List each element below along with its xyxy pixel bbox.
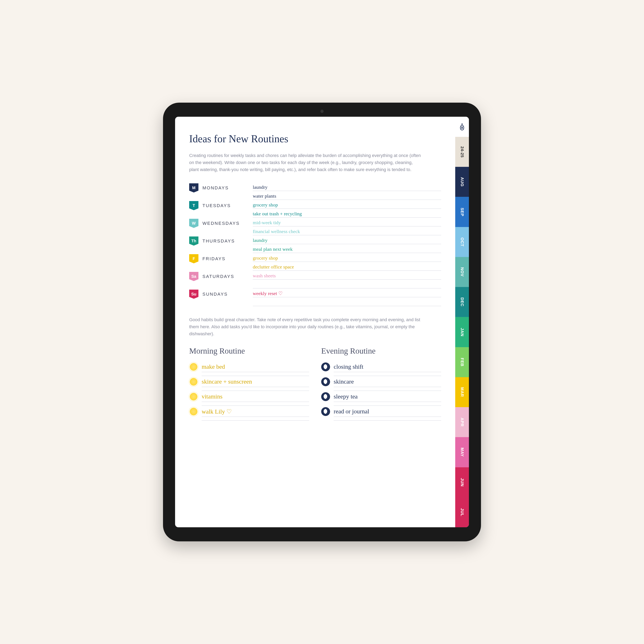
moon-icon [321,362,330,371]
day-notes[interactable]: grocery shopdeclutter office space [253,253,441,271]
day-note-line[interactable]: laundry [253,182,441,191]
routine-text: skincare + sunscreen [202,377,309,385]
month-tab-jun[interactable]: JUN [455,467,469,497]
month-tab-dec[interactable]: DEC [455,287,469,317]
intro-text: Creating routines for weekly tasks and c… [189,152,423,173]
day-label: SATURDAYS [202,271,249,279]
day-row: SuSUNDAYSweekly reset ♡ [189,288,441,306]
day-label: TUESDAYS [202,200,249,208]
screen: Ideas for New Routines Creating routines… [175,117,469,527]
day-notes[interactable]: grocery shoptake out trash + recycling [253,200,441,218]
morning-routine-item[interactable]: vitamins [189,391,309,402]
page-content[interactable]: Ideas for New Routines Creating routines… [175,117,455,527]
routine-text: sleepy tea [334,391,441,400]
page-title: Ideas for New Routines [189,133,441,145]
pineapple-icon [459,123,465,130]
day-label: MONDAYS [202,182,249,191]
morning-routine-item[interactable]: make bed [189,362,309,372]
month-tab-jan[interactable]: JAN [455,317,469,347]
routine-text: closing shift [334,362,441,370]
day-tag: F [189,254,198,263]
sun-icon [189,377,198,386]
routine-text: vitamins [202,391,309,400]
day-note-line[interactable]: grocery shop [253,200,441,209]
morning-routine-column: Morning Routine make bedskincare + sunsc… [189,346,309,421]
day-note-line[interactable]: water plants [253,191,441,200]
evening-routine-item[interactable]: sleepy tea [321,391,441,402]
day-note-line[interactable] [253,280,441,288]
day-note-line[interactable]: laundry [253,235,441,244]
day-note-line[interactable]: wash sheets [253,271,441,280]
day-tag: T [189,201,198,210]
month-tab-jul[interactable]: JUL [455,497,469,527]
month-tab-feb[interactable]: FEB [455,347,469,377]
day-note-line[interactable]: take out trash + recycling [253,209,441,218]
day-row: SaSATURDAYSwash sheets [189,271,441,288]
moon-icon [321,377,330,386]
logo-tab[interactable] [455,117,469,137]
month-tab-may[interactable]: MAY [455,437,469,467]
day-tag: Su [189,290,198,299]
evening-routine-item[interactable]: read or journal [321,406,441,417]
day-row: TTUESDAYSgrocery shoptake out trash + re… [189,200,441,218]
routine-text: make bed [202,362,309,370]
sun-icon [189,362,198,371]
day-tag: W [189,219,198,228]
month-tabs: 24-25AUGSEPOCTNOVDECJANFEBMARAPRMAYJUNJU… [455,117,469,527]
day-tag: Th [189,236,198,246]
day-notes[interactable]: weekly reset ♡ [253,288,441,306]
moon-icon [321,407,330,416]
day-label: SUNDAYS [202,288,249,297]
habits-text: Good habits build great character. Take … [189,316,423,337]
sun-icon [189,392,198,401]
day-label: THURSDAYS [202,235,249,244]
day-tag: M [189,183,198,193]
month-tab-24-25[interactable]: 24-25 [455,137,469,167]
evening-routine-item[interactable]: skincare [321,377,441,387]
day-note-line[interactable]: mid-week tidy [253,218,441,226]
month-tab-mar[interactable]: MAR [455,377,469,407]
day-note-line[interactable]: weekly reset ♡ [253,288,441,297]
month-tab-aug[interactable]: AUG [455,167,469,197]
day-row: ThTHURSDAYSlaundrymeal plan next week [189,235,441,253]
morning-routine-item[interactable]: walk Lily ♡ [189,406,309,417]
month-tab-oct[interactable]: OCT [455,227,469,257]
morning-routine-item[interactable]: skincare + sunscreen [189,377,309,387]
day-notes[interactable]: laundrymeal plan next week [253,235,441,253]
day-tag: Sa [189,272,198,281]
day-row: WWEDNESDAYSmid-week tidyfinancial wellne… [189,218,441,235]
day-row: FFRIDAYSgrocery shopdeclutter office spa… [189,253,441,271]
day-row: MMONDAYSlaundrywater plants [189,182,441,200]
month-tab-sep[interactable]: SEP [455,197,469,227]
day-notes[interactable]: mid-week tidyfinancial wellness check [253,218,441,235]
day-label: FRIDAYS [202,253,249,261]
day-note-line[interactable]: grocery shop [253,253,441,262]
day-note-line[interactable]: financial wellness check [253,226,441,235]
evening-title: Evening Routine [321,346,441,356]
day-note-line[interactable]: meal plan next week [253,244,441,253]
weekly-routines: MMONDAYSlaundrywater plantsTTUESDAYSgroc… [189,182,441,306]
day-notes[interactable]: laundrywater plants [253,182,441,200]
day-label: WEDNESDAYS [202,218,249,226]
routine-text: walk Lily ♡ [202,406,309,415]
sun-icon [189,407,198,416]
day-notes[interactable]: wash sheets [253,271,441,288]
moon-icon [321,392,330,401]
ipad-frame: Ideas for New Routines Creating routines… [163,103,481,541]
evening-routine-column: Evening Routine closing shiftskincaresle… [321,346,441,421]
routine-text: read or journal [334,406,441,415]
month-tab-apr[interactable]: APR [455,407,469,437]
ipad-camera [320,110,324,113]
day-note-line[interactable] [253,297,441,306]
month-tab-nov[interactable]: NOV [455,257,469,287]
routines-columns: Morning Routine make bedskincare + sunsc… [189,346,441,421]
evening-routine-item[interactable]: closing shift [321,362,441,372]
routine-text: skincare [334,377,441,385]
morning-title: Morning Routine [189,346,309,356]
day-note-line[interactable]: declutter office space [253,262,441,271]
